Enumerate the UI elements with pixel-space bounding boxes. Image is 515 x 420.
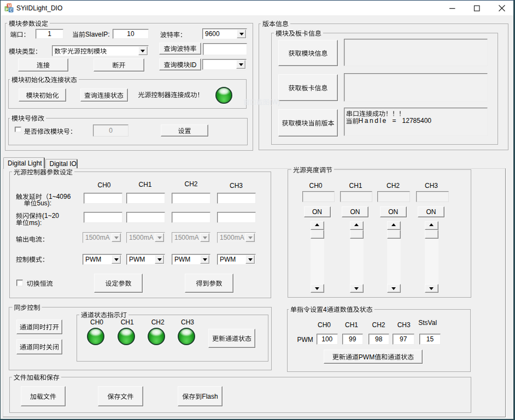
svg-text:1~4096: 1~4096 [49, 193, 71, 200]
svg-text:=: = [393, 117, 396, 125]
svg-text:(1~20: (1~20 [42, 212, 59, 220]
svg-text:SlaveIP:: SlaveIP: [85, 31, 110, 38]
svg-text:4: 4 [323, 306, 327, 313]
svg-text:(W): (W) [270, 98, 280, 106]
svg-text:12785400: 12785400 [402, 117, 432, 125]
svg-text:Flash: Flash [202, 393, 218, 400]
svg-text:C: C [10, 8, 13, 13]
svg-text:PWM: PWM [359, 353, 374, 361]
svg-text:ms):: ms): [29, 219, 42, 227]
svg-text:ID: ID [190, 61, 197, 69]
svg-text:Handle: Handle [359, 117, 388, 125]
svg-text:M: M [8, 4, 11, 8]
svg-text:P: P [5, 8, 8, 11]
svg-text:5us):: 5us): [37, 199, 52, 207]
